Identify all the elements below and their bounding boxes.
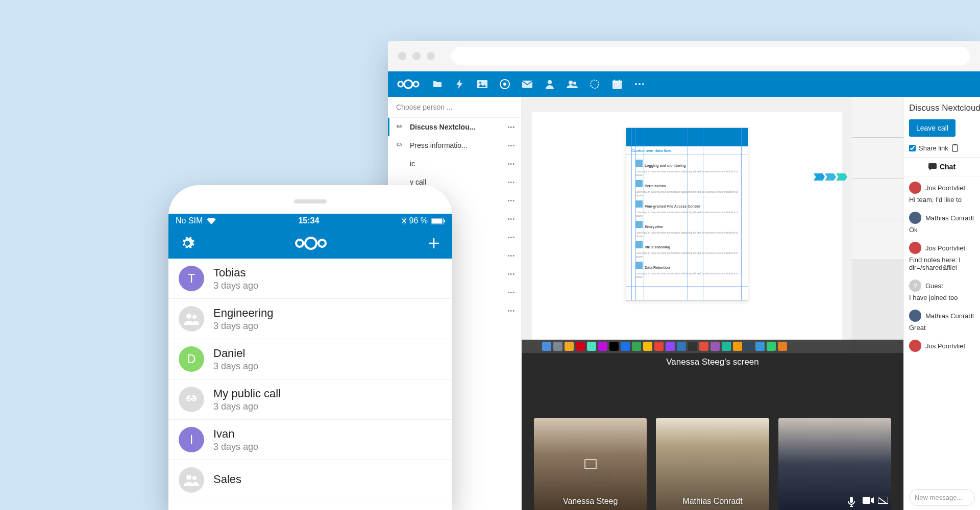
talk-icon[interactable] — [499, 79, 510, 90]
app-top-bar — [388, 71, 980, 97]
dock-app-icon[interactable] — [733, 342, 742, 351]
room-item[interactable]: Discuss Nextclou...••• — [388, 118, 521, 136]
dock-app-icon[interactable] — [598, 342, 607, 351]
more-icon[interactable]: ••• — [507, 161, 515, 167]
choose-person-input[interactable]: Choose person ... — [388, 97, 521, 118]
circles-icon[interactable] — [589, 79, 600, 90]
dock-app-icon[interactable] — [609, 342, 619, 351]
dock-app-icon[interactable] — [632, 342, 641, 351]
video-tile[interactable]: Mathias Conradt — [656, 418, 769, 510]
contact-list: TTobias3 days agoEngineering3 days agoDD… — [168, 259, 452, 500]
leave-call-button[interactable]: Leave call — [909, 119, 955, 137]
more-icon[interactable]: ••• — [507, 216, 515, 222]
url-bar[interactable] — [451, 47, 970, 65]
dock-app-icon[interactable] — [553, 342, 562, 351]
video-tile[interactable] — [778, 418, 891, 510]
dock-app-icon[interactable] — [654, 342, 664, 351]
svg-point-4 — [479, 82, 481, 84]
dock-app-icon[interactable] — [643, 342, 652, 351]
dock-app-icon[interactable] — [710, 342, 720, 351]
bluetooth-icon — [402, 217, 406, 225]
nextcloud-logo-phone — [293, 236, 329, 251]
chat-message: Jos PoortvlietFind notes here: ldir=/sha… — [904, 237, 980, 274]
screensharing-indicator-icon — [584, 459, 597, 469]
add-icon[interactable] — [427, 236, 441, 250]
more-icon[interactable]: ••• — [507, 142, 515, 148]
chat-tab[interactable]: Chat — [904, 157, 980, 176]
phone-nav-bar — [168, 228, 452, 259]
traffic-light-close[interactable] — [398, 52, 406, 60]
settings-gear-icon[interactable] — [180, 236, 195, 251]
more-icon[interactable]: ••• — [507, 252, 515, 259]
dock-app-icon[interactable] — [755, 342, 765, 351]
avatar — [909, 310, 921, 322]
dock-app-icon[interactable] — [778, 342, 787, 351]
contact-row[interactable]: DDaniel3 days ago — [168, 339, 452, 379]
svg-point-17 — [639, 83, 641, 85]
contact-row[interactable]: TTobias3 days ago — [168, 259, 452, 299]
more-apps-icon[interactable] — [634, 79, 645, 90]
contact-row[interactable]: Engineering3 days ago — [168, 299, 452, 339]
share-link-checkbox[interactable] — [909, 145, 916, 151]
more-icon[interactable]: ••• — [507, 197, 515, 203]
mic-icon[interactable] — [847, 497, 857, 507]
activity-icon[interactable] — [454, 79, 465, 90]
document-page: Control over data flow — [626, 128, 748, 301]
gallery-icon[interactable] — [477, 79, 488, 90]
contacts-icon[interactable] — [544, 79, 555, 90]
dock-app-icon[interactable] — [666, 342, 675, 351]
calendar-icon[interactable] — [611, 79, 623, 90]
users-icon[interactable] — [567, 79, 578, 90]
chat-message: Mathias ConradtOk — [904, 207, 980, 237]
dock-app-icon[interactable] — [767, 342, 776, 351]
svg-point-11 — [591, 80, 599, 88]
dock-app-icon[interactable] — [744, 342, 753, 351]
video-participants: Vanessa SteegMathias Conradt — [534, 418, 891, 510]
dock-app-icon[interactable] — [621, 342, 630, 351]
more-icon[interactable]: ••• — [507, 234, 515, 240]
svg-rect-22 — [952, 145, 958, 151]
clipboard-icon[interactable] — [951, 144, 960, 152]
video-tile[interactable]: Vanessa Steeg — [534, 418, 647, 510]
design-panels — [852, 97, 903, 353]
new-message-input[interactable]: New message... — [909, 489, 975, 506]
camera-icon[interactable] — [863, 497, 873, 507]
nextcloud-logo[interactable] — [396, 78, 421, 90]
svg-point-0 — [404, 80, 412, 88]
contact-row[interactable]: IIvan3 days ago — [168, 420, 452, 460]
svg-point-2 — [413, 82, 419, 87]
mail-icon[interactable] — [522, 79, 533, 90]
more-icon[interactable]: ••• — [507, 179, 515, 185]
svg-rect-23 — [953, 144, 957, 145]
screenshare-toggle-icon[interactable] — [878, 497, 888, 507]
more-icon[interactable]: ••• — [507, 308, 515, 314]
files-icon[interactable] — [432, 79, 443, 90]
traffic-light-minimize[interactable] — [412, 52, 421, 60]
dock-app-icon[interactable] — [542, 342, 551, 351]
avatar — [909, 182, 921, 194]
contact-row[interactable]: Sales — [168, 460, 452, 500]
chat-panel: Discuss Nextcloud Ta Leave call Share li… — [903, 97, 980, 510]
contact-avatar — [179, 387, 204, 412]
svg-point-32 — [192, 315, 197, 319]
dock-app-icon[interactable] — [587, 342, 596, 351]
room-item[interactable]: Press informatio...••• — [388, 136, 521, 155]
svg-point-31 — [186, 314, 191, 319]
chat-message: Jos PoortvlietHi team, I'd like to — [904, 176, 980, 207]
dock-app-icon[interactable] — [699, 342, 708, 351]
more-icon[interactable]: ••• — [507, 289, 515, 295]
contact-avatar — [179, 467, 204, 493]
dock-app-icon[interactable] — [688, 342, 697, 351]
dock-app-icon[interactable] — [722, 342, 731, 351]
dock-app-icon[interactable] — [565, 342, 574, 351]
more-icon[interactable]: ••• — [507, 124, 515, 130]
browser-window: Choose person ... Discuss Nextclou...•••… — [388, 41, 980, 510]
svg-point-6 — [503, 83, 506, 86]
traffic-light-maximize[interactable] — [427, 52, 435, 60]
contact-row[interactable]: My public call3 days ago — [168, 379, 452, 420]
room-item[interactable]: ic••• — [388, 155, 521, 173]
svg-rect-25 — [432, 218, 443, 223]
more-icon[interactable]: ••• — [507, 271, 515, 277]
dock-app-icon[interactable] — [677, 342, 686, 351]
dock-app-icon[interactable] — [576, 342, 585, 351]
